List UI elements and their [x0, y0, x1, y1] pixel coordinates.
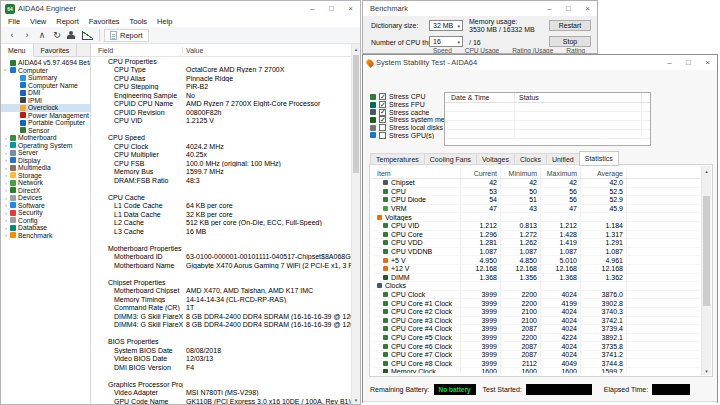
close-icon[interactable]: ×: [578, 1, 597, 16]
stats-row[interactable]: DIMM 1.368 1.356 1.368 1.362: [373, 274, 700, 283]
tree-item[interactable]: › Server: [1, 149, 90, 157]
log-column-status[interactable]: Status: [515, 93, 642, 102]
up-icon[interactable]: ∧: [35, 28, 49, 42]
checkbox[interactable]: [379, 132, 386, 139]
property-row[interactable]: CPU Speed: [91, 134, 351, 143]
scroll-up-icon[interactable]: ▴: [702, 166, 711, 175]
minimize-icon[interactable]: –: [660, 55, 679, 70]
minimize-icon[interactable]: –: [540, 1, 559, 16]
property-row[interactable]: CPU Alias Pinnacle Ridge: [91, 74, 351, 83]
expander-icon[interactable]: ›: [3, 165, 9, 171]
expander-icon[interactable]: ›: [3, 142, 9, 148]
property-row[interactable]: Motherboard Name Gigabyte X470 Aorus Gam…: [91, 261, 351, 270]
property-row[interactable]: [91, 185, 351, 194]
tree-item[interactable]: › Computer: [1, 67, 90, 75]
tab[interactable]: Voltages: [476, 153, 514, 165]
dictionary-size-select[interactable]: 32 MB ▾: [429, 20, 463, 31]
expander-icon[interactable]: ›: [3, 172, 9, 178]
stats-row[interactable]: CPU Core #2 Clock 3999 2100 4024 3740.3: [373, 308, 700, 317]
stats-row[interactable]: CPU Core #5 Clock 3999 2200 4224 3892.1: [373, 334, 700, 343]
property-row[interactable]: CPU Properties: [91, 57, 351, 66]
stats-row[interactable]: Chipset 42 42 42 42.0: [373, 179, 700, 188]
tab[interactable]: Temperatures: [370, 153, 424, 165]
property-row[interactable]: DIMM4: G Skill FlareX F4-320... 8 GB DDR…: [91, 321, 351, 330]
expander-icon[interactable]: ›: [3, 202, 9, 208]
stats-row[interactable]: Clocks: [373, 282, 700, 291]
tree-item[interactable]: › Database: [1, 224, 90, 232]
tree-item[interactable]: › Operating System: [1, 142, 90, 150]
expander-icon[interactable]: ›: [3, 232, 9, 238]
stats-row[interactable]: CPU Core #7 Clock 3999 2087 4024 3741.2: [373, 351, 700, 360]
stats-row[interactable]: VRM 47 43 47 45.9: [373, 205, 700, 214]
expander-icon[interactable]: ›: [3, 157, 9, 163]
property-row[interactable]: L1 Data Cache 32 KB per core: [91, 210, 351, 219]
property-row[interactable]: Video BIOS Date 12/03/13: [91, 355, 351, 364]
stats-row[interactable]: CPU Core #3 Clock 3999 2100 4024 3742.1: [373, 317, 700, 326]
property-row[interactable]: [91, 125, 351, 134]
stats-row[interactable]: Voltages: [373, 213, 700, 222]
checkbox[interactable]: [379, 124, 386, 131]
tab[interactable]: Unified: [546, 153, 579, 165]
stats-row[interactable]: CPU Core #1 Clock 3999 2200 4199 3902.8: [373, 299, 700, 308]
property-row[interactable]: DIMM3: G Skill FlareX F4-320... 8 GB DDR…: [91, 312, 351, 321]
stability-titlebar[interactable]: System Stability Test - AIDA64 – □ ×: [363, 55, 717, 70]
stats-row[interactable]: CPU VID 1.212 0.813 1.212 1.184: [373, 222, 700, 231]
tree-item[interactable]: › Software: [1, 202, 90, 210]
scroll-down-icon[interactable]: ▾: [702, 366, 711, 375]
tree-item[interactable]: › Multimedia: [1, 164, 90, 172]
property-row[interactable]: Memory Bus 1599.7 MHz: [91, 168, 351, 177]
stats-row[interactable]: CPU Diode 54 51 56 52.9: [373, 196, 700, 205]
property-row[interactable]: DRAM:FSB Ratio 48:3: [91, 176, 351, 185]
tab[interactable]: Clocks: [514, 153, 546, 165]
property-row[interactable]: Command Rate (CR) 1T: [91, 304, 351, 313]
property-row[interactable]: Motherboard ID 63-0100-000001-00101111-0…: [91, 253, 351, 262]
column-header-value[interactable]: Value: [183, 47, 360, 54]
expander-icon[interactable]: ›: [3, 217, 9, 223]
property-row[interactable]: CPU Stepping PiR-B2: [91, 83, 351, 92]
property-row[interactable]: System BIOS Date 08/08/2018: [91, 346, 351, 355]
checkbox[interactable]: [379, 116, 386, 123]
tree-item[interactable]: Summary: [1, 74, 90, 82]
property-row[interactable]: CPU Cache: [91, 193, 351, 202]
property-row[interactable]: CPU FSB 100.0 MHz (original: 100 MHz): [91, 159, 351, 168]
tree-item[interactable]: › DirectX: [1, 187, 90, 195]
expander-icon[interactable]: ›: [3, 135, 9, 141]
benchmark-titlebar[interactable]: Benchmark – □ ×: [363, 1, 597, 16]
property-row[interactable]: BIOS Properties: [91, 338, 351, 347]
stats-row[interactable]: CPU Core #4 Clock 3999 2087 4024 3739.4: [373, 325, 700, 334]
property-row[interactable]: Video Adapter MSI N780Ti (MS-V298): [91, 389, 351, 398]
property-row[interactable]: CPU Clock 4024.2 MHz: [91, 142, 351, 151]
menu-item[interactable]: File: [3, 17, 25, 26]
threads-select[interactable]: 16 ▾: [429, 36, 463, 47]
close-icon[interactable]: ×: [698, 55, 717, 70]
expander-icon[interactable]: ›: [3, 187, 9, 193]
stats-column-average[interactable]: Average: [581, 168, 627, 178]
property-row[interactable]: CPUID Revision 00800F82h: [91, 108, 351, 117]
tree-item[interactable]: Power Management: [1, 112, 90, 120]
back-icon[interactable]: ‹: [5, 28, 19, 42]
stats-row[interactable]: CPU 53 50 56 52.5: [373, 188, 700, 197]
expander-icon[interactable]: ›: [3, 210, 9, 216]
log-column-datetime[interactable]: Date & Time: [445, 93, 515, 102]
menu-item[interactable]: Report: [51, 17, 84, 26]
expander-icon[interactable]: ›: [3, 195, 9, 201]
tree-item[interactable]: Portable Computer: [1, 119, 90, 127]
tab[interactable]: Cooling Fans: [424, 153, 476, 165]
expander-icon[interactable]: ›: [3, 150, 9, 156]
expander-icon[interactable]: ›: [3, 67, 9, 73]
maximize-icon[interactable]: □: [559, 1, 578, 16]
menu-item[interactable]: View: [25, 17, 51, 26]
stats-row[interactable]: CPU Core #6 Clock 3999 2087 4024 3735.8: [373, 342, 700, 351]
property-row[interactable]: L1 Code Cache 64 KB per core: [91, 202, 351, 211]
stats-row[interactable]: CPU Core 1.296 1.272 1.428 1.317: [373, 231, 700, 240]
property-row[interactable]: DMI BIOS Version F4: [91, 363, 351, 372]
forward-icon[interactable]: ›: [20, 28, 34, 42]
tree-item[interactable]: › Config: [1, 217, 90, 225]
checkbox[interactable]: [379, 109, 386, 116]
maximize-icon[interactable]: □: [679, 55, 698, 70]
tree-item[interactable]: AIDA64 v5.97.4694 Beta: [1, 59, 90, 67]
property-row[interactable]: CPU Type OctalCore AMD Ryzen 7 2700X: [91, 66, 351, 75]
property-row[interactable]: [91, 236, 351, 245]
stats-row[interactable]: CPU VDD 1.281 1.262 1.419 1.291: [373, 239, 700, 248]
report-wizard-icon[interactable]: [65, 28, 79, 42]
